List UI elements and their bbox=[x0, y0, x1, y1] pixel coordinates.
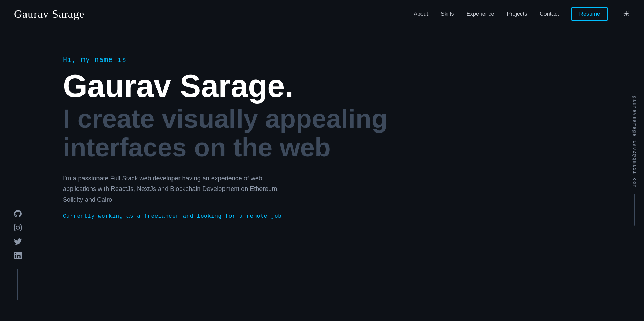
twitter-icon bbox=[14, 238, 22, 245]
nav-contact[interactable]: Contact bbox=[540, 11, 559, 17]
hero-name: Gaurav Sarage. bbox=[63, 70, 419, 103]
hero-section: Hi, my name is Gaurav Sarage. I create v… bbox=[0, 0, 644, 220]
email-sidebar: gauravsarage.1982@gmail.com bbox=[632, 96, 637, 226]
github-icon bbox=[14, 210, 22, 217]
linkedin-link[interactable] bbox=[14, 252, 22, 259]
instagram-icon bbox=[14, 224, 22, 231]
resume-button[interactable]: Resume bbox=[571, 7, 608, 21]
nav-about[interactable]: About bbox=[414, 11, 428, 17]
hero-description: I'm a passionate Full Stack web develope… bbox=[63, 173, 293, 205]
nav-projects[interactable]: Projects bbox=[507, 11, 527, 17]
hero-tagline: I create visually appealing interfaces o… bbox=[63, 104, 419, 162]
github-link[interactable] bbox=[14, 210, 22, 217]
hero-status: Currently working as a freelancer and lo… bbox=[63, 213, 419, 220]
nav-experience[interactable]: Experience bbox=[466, 11, 494, 17]
nav-links: About Skills Experience Projects Contact… bbox=[414, 7, 630, 21]
theme-toggle-button[interactable]: ☀ bbox=[623, 9, 630, 19]
contact-email[interactable]: gauravsarage.1982@gmail.com bbox=[632, 96, 637, 188]
nav-skills[interactable]: Skills bbox=[441, 11, 454, 17]
navbar: Gaurav Sarage About Skills Experience Pr… bbox=[0, 0, 644, 28]
site-logo[interactable]: Gaurav Sarage bbox=[14, 8, 85, 21]
twitter-link[interactable] bbox=[14, 238, 22, 245]
greeting-text: Hi, my name is bbox=[63, 56, 419, 64]
linkedin-icon bbox=[14, 252, 22, 259]
instagram-link[interactable] bbox=[14, 224, 22, 231]
social-sidebar bbox=[14, 210, 22, 300]
